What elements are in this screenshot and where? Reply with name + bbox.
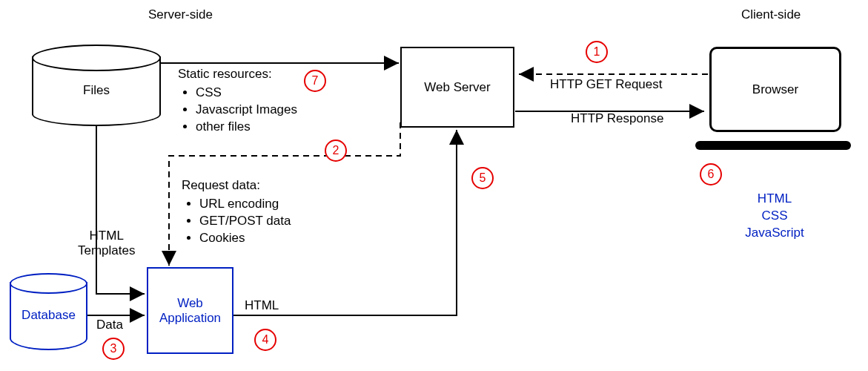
diagram-canvas: Server-side Client-side Files D bbox=[0, 0, 868, 371]
node-web-server-label: Web Server bbox=[424, 80, 490, 95]
node-files: Files bbox=[32, 45, 161, 126]
label-html-templates: HTML Templates bbox=[78, 229, 135, 258]
client-render-item: JavaScript bbox=[730, 225, 819, 242]
marker-1: 1 bbox=[586, 41, 608, 63]
node-browser-label: Browser bbox=[752, 82, 798, 97]
marker-4: 4 bbox=[254, 329, 276, 351]
marker-5: 5 bbox=[471, 167, 494, 189]
client-render-item: CSS bbox=[730, 208, 819, 225]
request-data-title: Request data: bbox=[182, 178, 330, 193]
node-web-server: Web Server bbox=[400, 47, 514, 128]
marker-2: 2 bbox=[325, 139, 347, 162]
heading-server-side: Server-side bbox=[148, 7, 213, 22]
request-data-list: Request data: URL encoding GET/POST data… bbox=[182, 178, 330, 247]
node-database: Database bbox=[10, 273, 87, 350]
request-data-item: Cookies bbox=[199, 230, 330, 247]
marker-3: 3 bbox=[102, 338, 125, 360]
label-http-response: HTTP Response bbox=[571, 111, 663, 126]
client-render-list: HTML CSS JavaScript bbox=[730, 191, 819, 242]
node-web-application-label: Web Application bbox=[159, 296, 221, 326]
label-data: Data bbox=[96, 318, 123, 332]
client-render-item: HTML bbox=[730, 191, 819, 208]
node-files-label: Files bbox=[83, 83, 110, 98]
label-html: HTML bbox=[245, 298, 279, 313]
marker-6: 6 bbox=[700, 163, 722, 186]
static-resources-item: Javascript Images bbox=[196, 102, 326, 119]
request-data-item: GET/POST data bbox=[199, 213, 330, 230]
laptop-base-shape bbox=[695, 141, 851, 150]
heading-client-side: Client-side bbox=[741, 7, 801, 22]
node-browser: Browser bbox=[709, 47, 841, 132]
request-data-item: URL encoding bbox=[199, 196, 330, 213]
label-http-get-request: HTTP GET Request bbox=[550, 77, 662, 92]
node-database-label: Database bbox=[21, 308, 76, 323]
node-web-application: Web Application bbox=[147, 267, 233, 354]
marker-7: 7 bbox=[304, 70, 326, 92]
static-resources-item: other files bbox=[196, 119, 326, 136]
